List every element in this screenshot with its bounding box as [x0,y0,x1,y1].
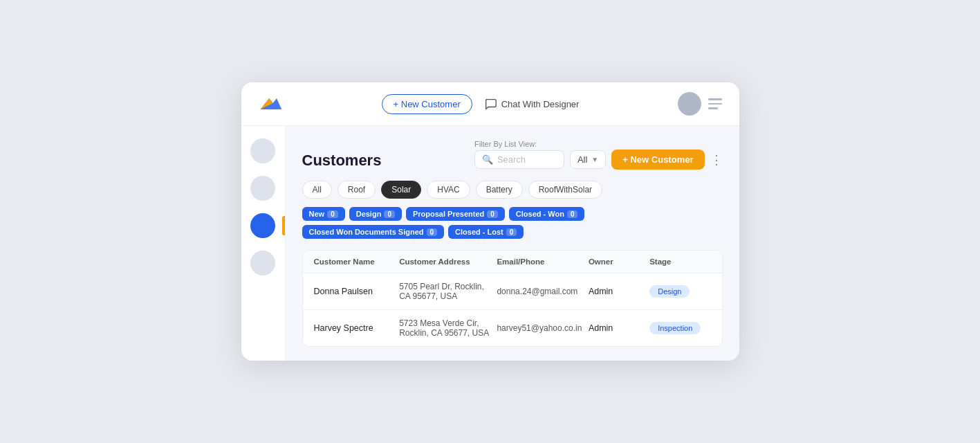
header-controls: Filter By List View: 🔍 Search All ▼ + Ne… [474,140,723,170]
customers-table: Customer Name Customer Address Email/Pho… [302,250,723,347]
customer-owner-1: Admin [589,287,649,296]
search-box[interactable]: 🔍 Search [474,150,564,169]
list-view-select[interactable]: All ▼ [570,150,606,169]
stage-pill-closed-won-docs[interactable]: Closed Won Documents Signed 0 [302,225,445,239]
new-customer-outline-button[interactable]: + New Customer [382,94,472,114]
app-window: + New Customer Chat With Designer [241,82,739,361]
content-area: Customers Filter By List View: 🔍 Search … [286,126,739,361]
search-placeholder: Search [497,154,526,165]
sidebar-item-active[interactable] [250,213,275,238]
page-title: Customers [302,152,382,170]
new-customer-button[interactable]: + New Customer [611,150,704,170]
content-header: Customers Filter By List View: 🔍 Search … [302,140,723,170]
customer-address-1: 5705 Pearl Dr, Rocklin, CA 95677, USA [399,282,497,301]
top-bar: + New Customer Chat With Designer [241,82,739,126]
top-bar-right [678,92,722,116]
col-header-address: Customer Address [399,257,497,266]
tab-battery[interactable]: Battery [476,181,523,199]
customer-stage-2: Inspection [649,322,710,334]
customer-name-1: Donna Paulsen [314,287,400,296]
customer-email-1: donna.24@gmail.com [497,287,588,296]
avatar [678,92,701,116]
col-header-name: Customer Name [314,257,400,266]
tab-roofwithsolar[interactable]: RoofWithSolar [528,181,602,199]
stage-design-count: 0 [384,210,395,218]
top-bar-center: + New Customer Chat With Designer [382,94,580,114]
stage-pill-proposal[interactable]: Proposal Presented 0 [406,207,505,221]
table-row[interactable]: Harvey Spectre 5723 Mesa Verde Cir, Rock… [303,310,722,346]
table-row[interactable]: Donna Paulsen 5705 Pearl Dr, Rocklin, CA… [303,273,722,310]
sidebar [241,126,286,361]
stage-pill-closed-won[interactable]: Closed - Won 0 [509,207,585,221]
customer-email-2: harvey51@yahoo.co.in [497,323,588,333]
table-header: Customer Name Customer Address Email/Pho… [303,251,722,273]
filter-by-label: Filter By List View: [474,140,723,148]
stage-closed-lost-count: 0 [506,228,517,236]
stage-proposal-count: 0 [487,210,498,218]
stage-pill-new[interactable]: New 0 [302,207,345,221]
type-tabs: All Roof Solar HVAC Battery RoofWithSola… [302,181,723,199]
stage-badge-1: Design [649,285,690,298]
customer-owner-2: Admin [589,323,649,333]
main-layout: Customers Filter By List View: 🔍 Search … [241,126,739,361]
list-view-value: All [577,154,587,165]
customer-name-2: Harvey Spectre [314,323,400,333]
customer-stage-1: Design [649,285,710,298]
sidebar-item-4[interactable] [250,251,275,275]
stage-new-count: 0 [327,210,338,218]
col-header-email: Email/Phone [497,257,588,266]
tab-hvac[interactable]: HVAC [427,181,470,199]
stage-closed-won-docs-count: 0 [427,228,438,236]
stage-pill-closed-lost[interactable]: Closed - Lost 0 [448,225,524,239]
stage-pills: New 0 Design 0 Proposal Presented 0 Clos… [302,207,723,239]
search-icon: 🔍 [482,154,493,165]
more-options-button[interactable]: ⋮ [710,154,723,166]
chevron-down-icon: ▼ [591,156,598,163]
stage-pill-design[interactable]: Design 0 [349,207,402,221]
chat-designer-label: Chat With Designer [501,99,580,109]
col-header-owner: Owner [589,257,649,266]
sidebar-item-1[interactable] [250,138,275,163]
tab-solar[interactable]: Solar [381,181,421,199]
tab-all[interactable]: All [302,181,332,199]
customer-address-2: 5723 Mesa Verde Cir, Rocklin, CA 95677, … [399,318,497,338]
logo [258,94,283,114]
tab-roof[interactable]: Roof [338,181,376,199]
filter-row: 🔍 Search All ▼ + New Customer ⋮ [474,150,723,170]
col-header-stage: Stage [649,257,710,266]
chat-icon [483,97,497,111]
hamburger-menu-icon[interactable] [708,98,722,109]
sidebar-item-2[interactable] [250,176,275,201]
chat-designer-button[interactable]: Chat With Designer [483,97,580,111]
stage-closed-won-count: 0 [567,210,578,218]
stage-badge-2: Inspection [649,322,701,334]
